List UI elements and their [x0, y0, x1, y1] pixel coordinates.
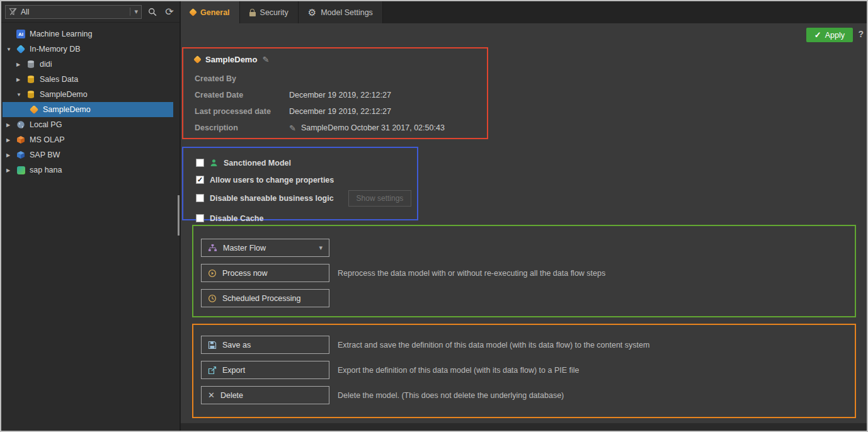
refresh-button[interactable]: ⟳: [163, 6, 176, 18]
model-options-panel: ✓ Sanctioned Model ✓ Allow users to chan…: [182, 147, 418, 220]
tree-item-ms-olap[interactable]: ▶ MS OLAP: [1, 132, 173, 147]
scheduled-processing-label: Scheduled Processing: [222, 294, 300, 303]
save-as-description: Extract and save the definition of this …: [338, 341, 649, 350]
tree-item-label: Sales Data: [40, 75, 78, 84]
save-as-button[interactable]: Save as: [201, 336, 329, 354]
expanded-arrow-icon[interactable]: ▼: [6, 47, 16, 52]
description-value: SampleDemo October 31 2017, 02:50:43: [301, 123, 445, 132]
schedule-icon: [208, 294, 217, 303]
datasource-tree: AI Machine Learning ▼ In-Memory DB ▶ did…: [1, 23, 180, 178]
tree-item-label: MS OLAP: [30, 135, 65, 144]
processing-panel: Master Flow ▾ Process now Reprocess the …: [192, 225, 856, 317]
sanctioned-model-checkbox[interactable]: ✓: [196, 159, 204, 167]
process-now-description: Reprocess the data model with or without…: [338, 269, 605, 278]
tree-item-in-memory-db[interactable]: ▼ In-Memory DB: [1, 42, 173, 57]
disable-cache-label: Disable Cache: [210, 214, 263, 223]
model-info-panel: SampleDemo ✎ Created By Created Date Dec…: [182, 47, 488, 139]
flow-dropdown[interactable]: Master Flow ▾: [201, 239, 329, 257]
delete-label: Delete: [220, 391, 243, 400]
check-icon: ✓: [814, 30, 821, 40]
description-label: Description: [195, 120, 289, 136]
last-processed-label: Last processed date: [195, 103, 289, 120]
tree-item-local-pg[interactable]: ▶ Local PG: [1, 117, 173, 132]
filter-dropdown-value: All: [21, 8, 29, 16]
person-icon: [210, 159, 218, 167]
sidebar: All ▾ ⟳ AI Machine Learning ▼ In-Memory …: [1, 1, 180, 431]
diamond-orange-icon: [193, 55, 202, 64]
allow-change-checkbox[interactable]: ✓: [196, 176, 204, 184]
sanctioned-model-row: ✓ Sanctioned Model: [196, 154, 417, 171]
collapsed-arrow-icon[interactable]: ▶: [6, 152, 16, 158]
apply-label: Apply: [825, 31, 845, 40]
postgres-icon: [16, 120, 26, 129]
last-processed-value: December 19 2019, 22:12:27: [289, 103, 487, 120]
created-by-label: Created By: [195, 71, 289, 87]
collapsed-arrow-icon[interactable]: ▶: [16, 77, 26, 82]
created-date-value: December 19 2019, 22:12:27: [289, 87, 487, 103]
database-gray-icon: [26, 60, 36, 69]
tree-item-sales-data[interactable]: ▶ Sales Data: [1, 72, 173, 87]
disable-logic-checkbox[interactable]: ✓: [196, 194, 204, 202]
search-button[interactable]: [146, 6, 159, 18]
model-detail-grid: Created By Created Date December 19 2019…: [183, 67, 487, 136]
tree-item-sap-hana[interactable]: ▶ sap hana: [1, 162, 173, 178]
edit-title-icon[interactable]: ✎: [262, 55, 269, 64]
disable-cache-checkbox[interactable]: ✓: [196, 214, 204, 222]
disable-cache-row: ✓ Disable Cache: [196, 210, 417, 227]
help-button[interactable]: ?: [858, 29, 864, 39]
created-date-label: Created Date: [195, 87, 289, 103]
tree-item-machine-learning[interactable]: AI Machine Learning: [1, 26, 173, 42]
flow-dropdown-value: Master Flow: [223, 244, 266, 253]
expanded-arrow-icon[interactable]: ▼: [16, 92, 26, 98]
management-panel: Save as Extract and save the definition …: [192, 324, 856, 418]
apply-button[interactable]: ✓ Apply: [806, 28, 853, 42]
delete-description: Delete the model. (This does not delete …: [338, 391, 564, 400]
app-window: All ▾ ⟳ AI Machine Learning ▼ In-Memory …: [0, 0, 868, 432]
tab-model-settings[interactable]: ⚙ Model Settings: [299, 1, 383, 23]
scheduled-processing-button[interactable]: Scheduled Processing: [201, 289, 329, 307]
process-now-button[interactable]: Process now: [201, 264, 329, 282]
tree-item-label: sap hana: [30, 166, 62, 174]
scheduled-processing-row: Scheduled Processing: [201, 289, 855, 307]
sanctioned-model-label: Sanctioned Model: [224, 159, 291, 168]
tab-label: Security: [260, 8, 288, 17]
delete-row: ✕ Delete Delete the model. (This does no…: [201, 386, 855, 404]
hana-icon: [16, 166, 26, 174]
save-as-row: Save as Extract and save the definition …: [201, 336, 855, 354]
tree-item-sampledemo-db[interactable]: ▼ SampleDemo: [1, 87, 173, 102]
datasource-filter-dropdown[interactable]: All ▾: [5, 5, 142, 19]
allow-change-label: Allow users to change properties: [210, 176, 334, 185]
show-settings-button[interactable]: Show settings: [348, 190, 412, 207]
database-yellow-icon: [26, 90, 36, 99]
diamond-orange-icon: [189, 8, 197, 16]
lock-icon: [249, 9, 256, 16]
model-title: SampleDemo: [205, 55, 257, 64]
model-title-row: SampleDemo ✎: [183, 48, 487, 67]
export-button[interactable]: Export: [201, 361, 329, 379]
cube-orange-icon: [16, 135, 26, 144]
edit-description-icon[interactable]: ✎: [289, 123, 296, 133]
tab-general[interactable]: General: [181, 1, 240, 23]
export-label: Export: [222, 366, 245, 375]
delete-button[interactable]: ✕ Delete: [201, 386, 329, 404]
refresh-icon: ⟳: [165, 7, 173, 17]
tabbar: General Security ⚙ Model Settings: [181, 1, 867, 23]
collapsed-arrow-icon[interactable]: ▶: [6, 137, 16, 143]
tree-item-didi[interactable]: ▶ didi: [1, 57, 173, 72]
delete-x-icon: ✕: [208, 391, 215, 399]
disable-logic-row: ✓ Disable shareable business logic Show …: [196, 188, 417, 208]
tab-label: General: [200, 8, 230, 17]
tree-item-label: SAP BW: [30, 151, 60, 159]
tab-security[interactable]: Security: [240, 1, 299, 23]
tree-item-sampledemo-model[interactable]: SampleDemo: [3, 102, 173, 117]
sidebar-toolbar: All ▾ ⟳: [1, 1, 180, 23]
tree-item-label: didi: [40, 60, 52, 69]
collapsed-arrow-icon[interactable]: ▶: [16, 62, 26, 67]
export-description: Export the definition of this data model…: [338, 366, 580, 375]
process-now-row: Process now Reprocess the data model wit…: [201, 264, 855, 282]
collapsed-arrow-icon[interactable]: ▶: [6, 168, 16, 173]
tree-item-sap-bw[interactable]: ▶ SAP BW: [1, 147, 173, 162]
export-icon: [208, 366, 217, 375]
chevron-down-icon: ▾: [130, 8, 138, 16]
collapsed-arrow-icon[interactable]: ▶: [6, 122, 16, 128]
